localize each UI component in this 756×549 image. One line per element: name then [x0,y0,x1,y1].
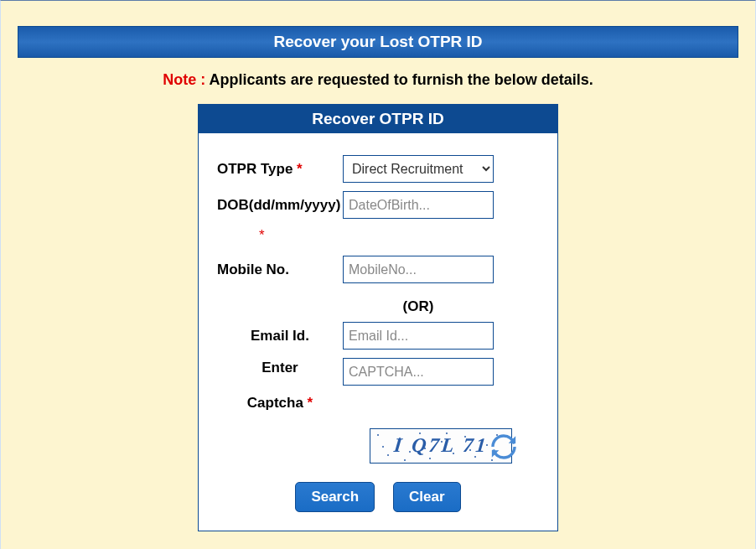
label-mobile: Mobile No. [217,262,343,278]
otpr-type-select[interactable]: Direct Recruitment [343,155,494,183]
label-captcha: Enter Captcha * [217,358,343,413]
email-input[interactable] [343,322,494,350]
form-card-title: Recover OTPR ID [199,105,557,133]
clear-button[interactable]: Clear [393,482,461,512]
row-dob: DOB(dd/mm/yyyy) [217,191,539,219]
required-star-icon: * [308,395,313,411]
captcha-image: I Q7L 71 [370,428,512,464]
row-mobile: Mobile No. [217,256,539,283]
refresh-icon[interactable] [489,432,518,461]
label-otpr-type: OTPR Type * [217,161,343,178]
note-line: Note : Applicants are requested to furni… [1,71,755,89]
dob-required-row: * [217,227,539,244]
label-captcha-line1: Enter [217,358,343,378]
captcha-image-row: I Q7L 71 [217,428,539,464]
label-email: Email Id. [217,328,343,344]
recover-form-card: Recover OTPR ID OTPR Type * Direct Recru… [198,104,558,531]
required-star-icon: * [297,161,303,177]
row-email: Email Id. [217,322,539,350]
captcha-input[interactable] [343,358,494,386]
page-header-title: Recover your Lost OTPR ID [273,33,482,50]
or-divider: (OR) [217,292,494,322]
mobile-input[interactable] [343,256,494,283]
label-otpr-type-text: OTPR Type [217,161,297,177]
search-button[interactable]: Search [295,482,375,512]
captcha-text: I Q7L 71 [392,434,489,457]
dob-input[interactable] [343,191,494,219]
row-otpr-type: OTPR Type * Direct Recruitment [217,155,539,183]
note-text: Applicants are requested to furnish the … [205,71,593,88]
label-captcha-line2: Captcha [247,395,308,411]
button-row: Search Clear [217,482,539,512]
note-label: Note : [163,71,205,88]
page-header: Recover your Lost OTPR ID [18,26,738,58]
row-captcha: Enter Captcha * [217,358,539,413]
required-star-icon: * [259,227,265,243]
label-dob: DOB(dd/mm/yyyy) [217,197,343,214]
